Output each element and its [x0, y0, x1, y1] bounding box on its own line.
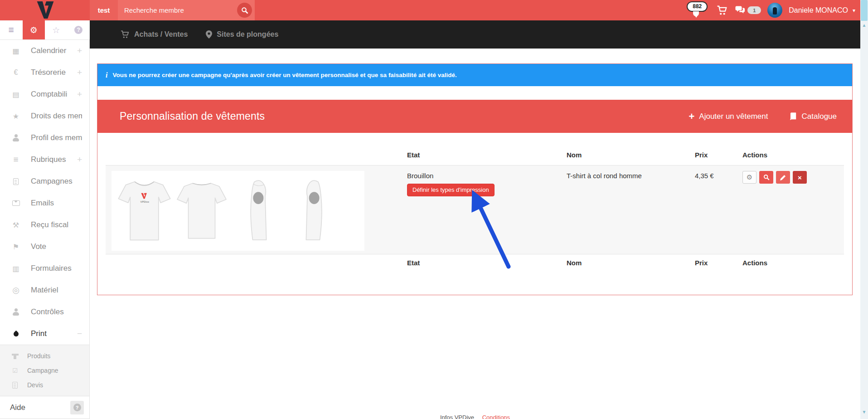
user-check-icon: [11, 308, 21, 316]
delete-action-button[interactable]: ×: [793, 171, 807, 184]
gear-icon: ⚙: [747, 173, 752, 181]
sidebar-item-droits-des-membres[interactable]: ★ Droits des membres: [0, 105, 89, 127]
minus-icon[interactable]: −: [77, 329, 82, 339]
tab-menu[interactable]: ≡: [0, 20, 23, 39]
scroll-down-arrow[interactable]: ▼: [860, 409, 868, 414]
tab-help[interactable]: ?: [68, 20, 90, 39]
sidebar-item-recu-fiscal[interactable]: ⚒ Reçu fiscal: [0, 214, 89, 236]
sidebar-item-vote[interactable]: ⚑ Vote: [0, 236, 89, 258]
content-container: i Vous ne pourrez créer une campagne qu'…: [97, 63, 853, 295]
user-menu[interactable]: Daniele MONACO: [789, 6, 848, 15]
user-icon: [11, 134, 21, 141]
cart-icon: [717, 5, 728, 15]
checkbox-icon: ☑: [11, 367, 19, 374]
document-icon: [11, 382, 19, 389]
envelope-icon: [11, 200, 21, 206]
calendar-icon: ▦: [11, 47, 21, 55]
table-row: VPDive: [106, 166, 844, 254]
star-outline-icon: ☆: [52, 25, 60, 35]
sidebar-item-print[interactable]: Print −: [0, 323, 89, 345]
sidebar-item-formulaires[interactable]: ▥ Formulaires: [0, 258, 89, 279]
chat-bubbles-icon: [734, 6, 746, 15]
help-row: Aide ?: [0, 396, 89, 419]
workspace-label[interactable]: test: [90, 0, 118, 20]
main-content: i Vous ne pourrez créer une campagne qu'…: [90, 49, 860, 419]
submenu-item-campagne[interactable]: ☑ Campagne: [0, 363, 89, 378]
col-header-prix: Prix: [695, 151, 742, 159]
question-icon: ?: [73, 404, 81, 411]
table-footer-row: Etat Nom Prix Actions: [106, 254, 844, 282]
close-icon: ×: [798, 174, 802, 181]
search-input[interactable]: [118, 0, 237, 20]
breadcrumb-sites-de-plongees[interactable]: Sites de plongées: [206, 30, 278, 39]
col-footer-nom: Nom: [567, 259, 695, 267]
sidebar-item-profil-des-membres[interactable]: Profil des membres: [0, 127, 89, 149]
col-footer-actions: Actions: [742, 259, 844, 267]
sidebar-item-tresorerie[interactable]: € Trésorerie +: [0, 62, 89, 83]
breadcrumb: Achats / Ventes Sites de plongées: [90, 20, 868, 49]
vote-icon: ⚑: [11, 243, 21, 251]
edit-action-button[interactable]: [776, 171, 790, 184]
sidebar-item-campagnes[interactable]: Campagnes: [0, 171, 89, 192]
add-garment-button[interactable]: + Ajouter un vêtement: [689, 112, 768, 122]
form-icon: ▥: [11, 264, 21, 273]
col-footer-etat: Etat: [407, 259, 567, 267]
etat-cell: Brouillon Définir les types d'impression: [407, 166, 567, 254]
search-button[interactable]: [237, 3, 252, 18]
star-icon: ★: [11, 112, 21, 121]
plus-icon[interactable]: +: [77, 155, 82, 165]
avatar[interactable]: [767, 3, 782, 18]
chevron-down-icon[interactable]: ▾: [853, 7, 855, 14]
help-button[interactable]: ?: [70, 401, 84, 414]
gavel-icon: ⚒: [11, 221, 21, 229]
status-badge: Brouillon: [407, 172, 433, 180]
message-count-badge: 1: [747, 6, 761, 14]
vertical-scrollbar[interactable]: ▲ ▼: [860, 0, 868, 419]
submenu-item-devis[interactable]: Devis: [0, 378, 89, 392]
submenu-item-produits[interactable]: Produits: [0, 349, 89, 363]
settings-action-button[interactable]: ⚙: [742, 171, 756, 184]
info-icon: i: [106, 71, 107, 79]
breadcrumb-achats-ventes[interactable]: Achats / Ventes: [121, 30, 188, 39]
print-submenu: Produits ☑ Campagne Devis: [0, 345, 89, 396]
catalog-button[interactable]: Catalogue: [789, 112, 837, 121]
droplet-icon: [11, 331, 21, 336]
view-action-button[interactable]: [759, 171, 773, 184]
scrollbar-thumb[interactable]: [861, 0, 868, 21]
help-icon: ?: [74, 26, 82, 34]
col-header-etat: Etat: [407, 151, 567, 159]
panel-header: Personnalisation de vêtements + Ajouter …: [97, 100, 852, 133]
magnifier-icon: [763, 174, 770, 180]
plus-icon[interactable]: +: [77, 89, 82, 99]
plus-icon: +: [689, 112, 694, 122]
help-label: Aide: [10, 403, 70, 412]
plus-icon[interactable]: +: [77, 68, 82, 78]
plus-icon[interactable]: +: [77, 46, 82, 56]
sidebar-item-comptabilite[interactable]: ▤ Comptabilité +: [0, 83, 89, 105]
tshirt-side-image: [301, 173, 329, 249]
sidebar: ▦ Calendrier + € Trésorerie + ▤ Comptabi…: [0, 40, 90, 419]
sidebar-item-controles[interactable]: Contrôles: [0, 301, 89, 323]
sidebar-item-rubriques[interactable]: ≡ Rubriques +: [0, 149, 89, 171]
garments-table: Etat Nom Prix Actions: [106, 133, 844, 282]
tab-favorites[interactable]: ☆: [45, 20, 68, 39]
sidebar-item-materiel[interactable]: ◎ Matériel: [0, 279, 89, 301]
svg-text:VPDive: VPDive: [141, 200, 149, 203]
notifications-button[interactable]: 882: [687, 0, 710, 19]
sidebar-item-calendrier[interactable]: ▦ Calendrier +: [0, 40, 89, 62]
footer-conditions-link[interactable]: Conditions: [482, 414, 510, 419]
cart-button[interactable]: [717, 5, 728, 15]
info-alert: i Vous ne pourrez créer une campagne qu'…: [97, 64, 852, 86]
sidebar-tabstrip: ≡ ⚙ ☆ ?: [0, 20, 90, 40]
col-footer-prix: Prix: [695, 259, 742, 267]
page-footer: Infos VPDive Conditions: [90, 414, 860, 419]
sidebar-item-emails[interactable]: Emails: [0, 192, 89, 214]
scroll-up-arrow[interactable]: ▲: [860, 23, 868, 28]
messages-button[interactable]: 1: [734, 6, 761, 15]
define-print-types-button[interactable]: Définir les types d'impression: [407, 184, 495, 196]
tshirt-front-image: VPDive: [116, 173, 173, 249]
prix-cell: 4,35 €: [695, 166, 742, 254]
hamburger-icon: ≡: [9, 24, 14, 35]
tshirt-image: VPDive: [112, 171, 364, 251]
tab-settings[interactable]: ⚙: [23, 20, 45, 39]
